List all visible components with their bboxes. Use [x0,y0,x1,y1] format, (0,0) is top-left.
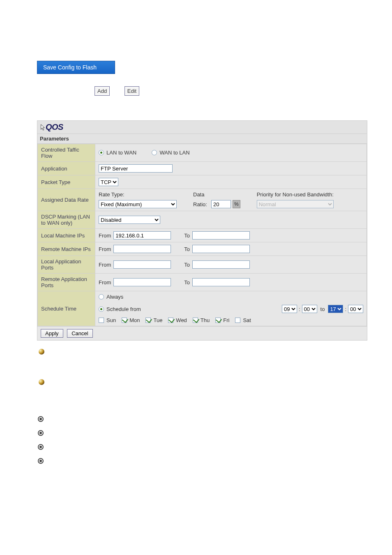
to-word: to [321,306,325,312]
label-assigned-data-rate: Assigned Data Rate [38,189,95,211]
qos-title: QOS [46,122,63,132]
from-label: From [99,262,111,268]
local-port-to-input[interactable] [192,260,250,269]
sphere-bullets [39,349,367,385]
label-traffic-flow-text: Controlled Taffic Flow [41,147,79,159]
radio-schedule-from[interactable]: Schedule from [99,306,141,312]
radio-always[interactable]: Always [99,294,123,300]
qos-title-bar: QOS [37,121,367,134]
local-ip-to-input[interactable] [192,231,250,240]
save-config-label: Save Config to Flash [43,64,97,71]
day-tue-label: Tue [153,317,162,323]
from-label: From [99,233,111,239]
label-traffic-flow: Controlled Taffic Flow [38,144,95,162]
radio-wan-to-lan[interactable]: WAN to LAN [152,150,189,156]
wan-to-lan-label: WAN to LAN [159,150,189,156]
percent-symbol: % [233,200,240,208]
day-sat[interactable]: Sat [235,317,251,323]
radio-bullet-icon [38,458,44,464]
apply-button[interactable]: Apply [41,329,63,338]
label-application-text: Application [41,166,67,172]
sphere-icon [39,349,44,355]
add-button[interactable]: Add [95,86,110,96]
label-remote-ports-text: Remote Application Ports [41,276,87,288]
qos-panel: QOS Parameters Controlled Taffic Flow LA… [37,120,367,341]
from-label: From [99,279,111,286]
rate-type-label: Rate Type: [99,191,177,198]
parameters-header: Parameters [37,134,367,144]
day-fri-label: Fri [223,317,229,323]
label-remote-ports: Remote Application Ports [38,274,95,291]
radio-dot-icon [152,150,157,155]
cancel-button[interactable]: Cancel [67,329,92,338]
radio-lan-to-wan[interactable]: LAN to WAN [99,150,136,156]
checkbox-icon [99,318,104,323]
label-dscp-text: DSCP Marking (LAN to WAN only) [41,214,90,226]
label-assigned-data-rate-text: Assigned Data Rate [41,197,89,203]
radio-bullets [38,416,367,464]
day-sun[interactable]: Sun [99,317,116,323]
label-packet-type-text: Packet Type [41,179,70,185]
edit-button[interactable]: Edit [125,86,139,96]
from-hour-select[interactable]: 09 [282,305,297,313]
to-min-select[interactable]: 00 [348,305,363,313]
from-min-select[interactable]: 00 [302,305,317,313]
cursor-icon [40,124,46,131]
radio-bullet-icon [38,430,44,436]
from-label: From [99,246,111,252]
data-ratio-input[interactable] [211,200,231,208]
day-mon-label: Mon [129,317,140,323]
day-tue[interactable]: Tue [145,317,162,323]
to-label: To [184,262,190,268]
checkbox-icon [193,318,198,323]
cancel-label: Cancel [71,330,88,336]
checkbox-icon [145,318,151,323]
label-local-ports: Local Application Ports [38,256,95,274]
remote-port-from-input[interactable] [113,278,171,286]
add-button-label: Add [97,88,107,94]
to-label: To [184,246,190,252]
data-ratio-sublabel: Ratio: [193,201,207,207]
day-sun-label: Sun [106,317,116,323]
to-label: To [184,233,190,239]
data-ratio-label: Data [193,191,240,198]
label-application: Application [38,162,95,175]
parameters-label: Parameters [40,136,69,142]
remote-ip-to-input[interactable] [192,245,250,253]
day-row: Sun Mon Tue Wed Thu Fri Sat [99,317,363,323]
day-thu-label: Thu [201,317,210,323]
local-port-from-input[interactable] [113,260,171,269]
local-ip-from-input[interactable] [113,231,171,240]
checkbox-icon [215,318,221,323]
to-hour-select[interactable]: 17 [328,305,343,313]
priority-select: Normal [257,200,334,208]
label-packet-type: Packet Type [38,175,95,189]
packet-type-select[interactable]: TCP [99,178,118,186]
priority-label: Priority for Non-used Bandwidth: [257,191,334,198]
day-wed[interactable]: Wed [168,317,187,323]
day-sat-label: Sat [243,317,251,323]
day-wed-label: Wed [176,317,187,323]
remote-ip-from-input[interactable] [113,245,171,253]
dscp-select[interactable]: Disabled [99,216,160,224]
save-config-button[interactable]: Save Config to Flash [37,61,115,74]
qos-form-table: Controlled Taffic Flow LAN to WAN WAN to… [37,144,367,326]
application-input[interactable] [99,164,173,173]
edit-button-label: Edit [127,88,136,94]
checkbox-icon [122,318,127,323]
day-fri[interactable]: Fri [215,317,229,323]
label-remote-ips: Remote Machine IPs [38,242,95,256]
apply-label: Apply [45,330,59,336]
day-thu[interactable]: Thu [193,317,210,323]
sphere-icon [39,379,44,385]
rate-type-select[interactable]: Fixed (Maximum) [99,200,177,208]
label-local-ips: Local Machine IPs [38,229,95,242]
checkbox-icon [168,318,173,323]
add-edit-row: Add Edit [37,86,367,96]
remote-port-to-input[interactable] [192,278,250,286]
day-mon[interactable]: Mon [122,317,140,323]
label-local-ips-text: Local Machine IPs [41,233,85,239]
colon-label: : [345,306,346,312]
actions-row: Apply Cancel [37,326,367,340]
label-local-ports-text: Local Application Ports [41,258,81,271]
